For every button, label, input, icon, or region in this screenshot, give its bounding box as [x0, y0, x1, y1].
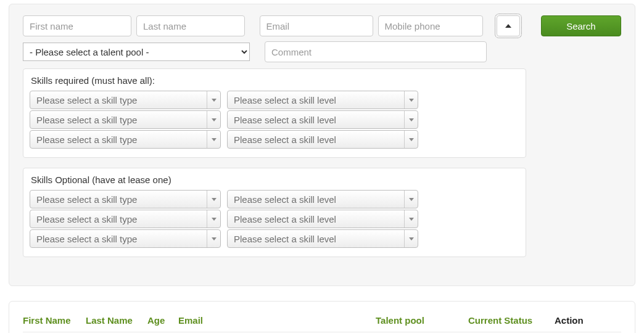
skill-type-select[interactable]: Please select a skill type [30, 229, 221, 248]
first-name-input[interactable] [23, 15, 131, 36]
skills-optional-title: Skills Optional (have at lease one) [30, 175, 519, 190]
chevron-down-icon [404, 210, 418, 228]
col-action: Action [555, 313, 621, 332]
chevron-down-icon [404, 191, 418, 208]
mobile-phone-input[interactable] [378, 15, 483, 36]
chevron-down-icon [207, 230, 220, 247]
results-panel: First Name Last Name Age Email Talent po… [9, 301, 635, 333]
skill-level-select[interactable]: Please select a skill level [227, 190, 418, 208]
search-panel: Search - Please select a talent pool - S… [9, 4, 635, 286]
comment-input[interactable] [265, 41, 487, 62]
talent-pool-select[interactable]: - Please select a talent pool - [23, 43, 250, 61]
search-row-2: - Please select a talent pool - [23, 41, 621, 62]
chevron-up-icon [505, 24, 511, 28]
skills-required-block: Skills required (must have all): Please … [23, 68, 526, 158]
skill-level-select[interactable]: Please select a skill level [227, 110, 418, 129]
collapse-toggle-button[interactable] [497, 15, 520, 36]
results-table: First Name Last Name Age Email Talent po… [23, 313, 621, 333]
col-last-name[interactable]: Last Name [86, 313, 147, 332]
chevron-down-icon [404, 91, 418, 109]
chevron-down-icon [404, 230, 418, 247]
col-talent-pool[interactable]: Talent pool [376, 313, 468, 332]
skill-level-select[interactable]: Please select a skill level [227, 130, 418, 149]
chevron-down-icon [207, 191, 220, 208]
last-name-input[interactable] [136, 15, 245, 36]
chevron-down-icon [207, 210, 220, 228]
email-input[interactable] [260, 15, 373, 36]
chevron-down-icon [207, 131, 220, 148]
col-age[interactable]: Age [147, 313, 178, 332]
skill-type-select[interactable]: Please select a skill type [30, 110, 221, 129]
chevron-down-icon [404, 131, 418, 148]
col-first-name[interactable]: First Name [23, 313, 86, 332]
chevron-down-icon [404, 111, 418, 128]
skill-level-select[interactable]: Please select a skill level [227, 91, 418, 109]
search-row-1: Search [23, 15, 621, 36]
col-current-status[interactable]: Current Status [468, 313, 555, 332]
skill-type-select[interactable]: Please select a skill type [30, 190, 221, 208]
skill-type-select[interactable]: Please select a skill type [30, 91, 221, 109]
results-header-row: First Name Last Name Age Email Talent po… [23, 313, 621, 332]
skill-level-select[interactable]: Please select a skill level [227, 229, 418, 248]
search-button[interactable]: Search [541, 15, 621, 36]
skill-type-select[interactable]: Please select a skill type [30, 130, 221, 149]
skills-optional-block: Skills Optional (have at lease one) Plea… [23, 168, 526, 257]
chevron-down-icon [207, 111, 220, 128]
chevron-down-icon [207, 91, 220, 109]
col-email[interactable]: Email [178, 313, 376, 332]
skills-required-title: Skills required (must have all): [30, 75, 519, 91]
skill-level-select[interactable]: Please select a skill level [227, 210, 418, 228]
skill-type-select[interactable]: Please select a skill type [30, 210, 221, 228]
